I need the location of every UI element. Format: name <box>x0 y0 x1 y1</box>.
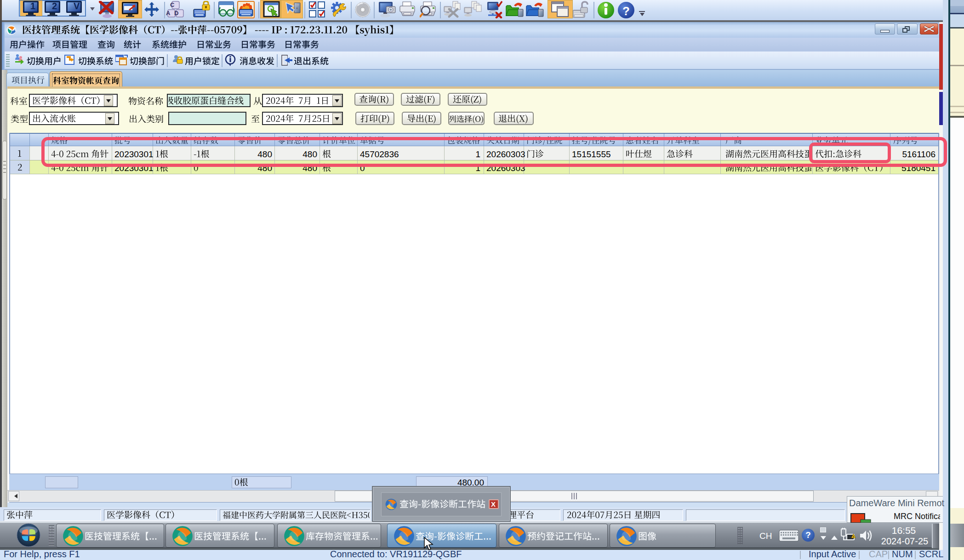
svg-text:!: ! <box>853 535 854 539</box>
